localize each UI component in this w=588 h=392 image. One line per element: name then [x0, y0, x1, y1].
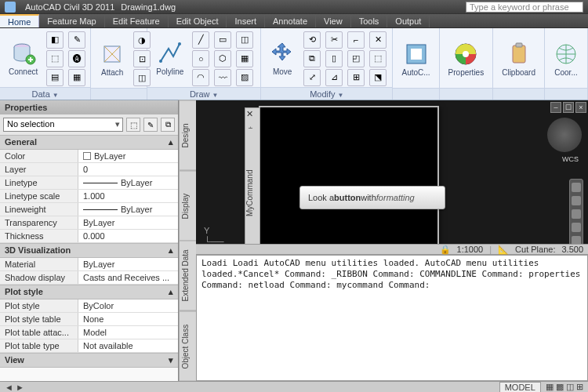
vtab-design[interactable]: Design [179, 100, 196, 171]
prop-row[interactable]: TransparencyByLayer [0, 216, 178, 230]
svg-rect-9 [513, 45, 525, 63]
draw-s3[interactable]: ◠ [192, 69, 209, 86]
prop-row[interactable]: Plot styleByColor [0, 299, 178, 313]
viewport-maximize-icon[interactable]: ☐ [563, 102, 574, 113]
mod-s5[interactable]: ▯ [325, 50, 343, 67]
data-small-3[interactable]: ▤ [46, 69, 64, 86]
prop-group[interactable]: Plot style▴ [0, 285, 178, 299]
prop-row[interactable]: Layer0 [0, 163, 178, 176]
data-small-6[interactable]: ▦ [68, 69, 85, 86]
doc-title: Drawing1.dwg [121, 2, 176, 12]
autoc-label: AutoC... [401, 68, 430, 77]
mod-s6[interactable]: ⊿ [325, 69, 343, 86]
view-cube[interactable] [547, 118, 582, 152]
coord-button[interactable]: Coor... [550, 39, 583, 79]
prop-row[interactable]: Plot table typeNot available [0, 339, 178, 353]
scale-icon[interactable]: 🔒 [440, 245, 451, 255]
properties-button[interactable]: Properties [445, 39, 488, 79]
autocad-button[interactable]: AutoC... [397, 39, 434, 79]
prop-group[interactable]: General▴ [0, 135, 178, 150]
data-small-2[interactable]: ⬚ [46, 50, 64, 67]
tab-home[interactable]: Home [0, 14, 39, 27]
palette-vertical-tabs: Design Display Extended Data Object Clas… [179, 100, 196, 381]
navigation-bar[interactable] [569, 179, 583, 249]
mod-s12[interactable]: ⬔ [369, 69, 387, 86]
properties-palette: Properties No selection ⬚ ✎ ⧉ General▴Co… [0, 100, 179, 381]
tab-edit-object[interactable]: Edit Object [169, 14, 227, 27]
prop-row[interactable]: Thickness0.000 [0, 230, 178, 243]
tab-insert[interactable]: Insert [227, 14, 265, 27]
palette-pin-icon[interactable]: ⫠ [247, 123, 254, 131]
vtab-display[interactable]: Display [179, 171, 196, 241]
formatted-button[interactable]: Look a button with formatting [299, 186, 445, 209]
tab-annotate[interactable]: Annotate [265, 14, 316, 27]
prop-group[interactable]: View▾ [0, 353, 178, 368]
tab-edit-feature[interactable]: Edit Feature [105, 14, 169, 27]
mod-s9[interactable]: ⊞ [347, 69, 365, 86]
data-small-4[interactable]: ✎ [68, 31, 85, 49]
model-tab[interactable]: MODEL [499, 382, 541, 393]
panel-title-modify: Modify [310, 89, 335, 99]
selection-combo[interactable]: No selection [3, 118, 123, 132]
pal-btn-1[interactable]: ⬚ [126, 118, 140, 132]
mod-s2[interactable]: ⧉ [303, 50, 321, 67]
polyline-button[interactable]: Polyline [152, 38, 187, 78]
clipboard-label: Clipboard [502, 68, 535, 77]
prop-row[interactable]: ColorByLayer [0, 150, 178, 163]
polyline-label: Polyline [156, 67, 183, 76]
draw-s7[interactable]: ◫ [236, 31, 253, 49]
cutplane-value[interactable]: 3.500 [561, 245, 583, 254]
mod-s1[interactable]: ⟲ [303, 31, 321, 49]
prop-row[interactable]: LineweightByLayer [0, 203, 178, 216]
mod-s8[interactable]: ◰ [347, 50, 365, 67]
draw-s1[interactable]: ╱ [192, 31, 209, 49]
prop-row[interactable]: MaterialByLayer [0, 258, 178, 271]
draw-s6[interactable]: 〰 [214, 69, 231, 86]
prop-row[interactable]: Plot style tableNone [0, 313, 178, 326]
prop-row[interactable]: Shadow displayCasts and Receives ... [0, 271, 178, 285]
mod-s7[interactable]: ⌐ [347, 31, 365, 49]
draw-s4[interactable]: ▭ [214, 31, 231, 49]
cutplane-icon[interactable]: 📐 [498, 245, 509, 255]
command-window[interactable]: Loadi Loadi AutoCAD menu utilities loade… [196, 255, 588, 381]
palette-close-icon[interactable]: ✕ [246, 109, 253, 119]
connect-button[interactable]: Connect [5, 38, 42, 78]
draw-s9[interactable]: ▨ [236, 69, 253, 86]
app-icon [5, 2, 16, 13]
mod-s3[interactable]: ⤢ [303, 69, 321, 86]
vtab-object-class[interactable]: Object Class [179, 311, 196, 382]
move-button[interactable]: Move [266, 38, 299, 78]
ribbon-tab-bar: Home Feature Map Edit Feature Edit Objec… [0, 14, 588, 28]
prop-row[interactable]: Plot table attac...Model [0, 326, 178, 339]
mod-s10[interactable]: ✕ [369, 31, 387, 49]
chevron-down-icon[interactable]: ▼ [212, 92, 219, 99]
viewport-minimize-icon[interactable]: – [550, 102, 561, 113]
chevron-down-icon[interactable]: ▼ [53, 92, 59, 99]
attach-button[interactable]: Attach [96, 39, 129, 79]
attach-icon [100, 42, 125, 67]
prop-row[interactable]: LinetypeByLayer [0, 176, 178, 190]
pal-btn-2[interactable]: ✎ [143, 118, 158, 132]
tab-tools[interactable]: Tools [351, 14, 388, 27]
prop-group[interactable]: 3D Visualization▴ [0, 243, 178, 258]
tab-view[interactable]: View [316, 14, 351, 27]
tab-output[interactable]: Output [387, 14, 430, 27]
mod-s11[interactable]: ⬚ [369, 50, 387, 67]
panel-title-data: Data [32, 89, 50, 99]
vtab-extended-data[interactable]: Extended Data [179, 241, 196, 311]
mod-s4[interactable]: ✂ [325, 31, 343, 49]
data-small-1[interactable]: ◧ [46, 31, 64, 49]
data-small-5[interactable]: 🅐 [68, 50, 85, 67]
keyword-search-input[interactable]: Type a keyword or phrase [466, 2, 583, 13]
viewport-close-icon[interactable]: × [575, 102, 586, 113]
draw-s2[interactable]: ○ [192, 50, 209, 67]
prop-row[interactable]: Linetype scale1.000 [0, 190, 178, 203]
clipboard-button[interactable]: Clipboard [498, 39, 539, 79]
pal-btn-3[interactable]: ⧉ [161, 118, 175, 132]
draw-s8[interactable]: ▦ [236, 50, 253, 67]
chevron-down-icon[interactable]: ▼ [338, 92, 344, 99]
tab-feature-map[interactable]: Feature Map [39, 14, 104, 27]
scale-value[interactable]: 1:1000 [457, 245, 484, 254]
coord-label: Coor... [554, 68, 577, 77]
draw-s5[interactable]: ⬡ [214, 50, 231, 67]
